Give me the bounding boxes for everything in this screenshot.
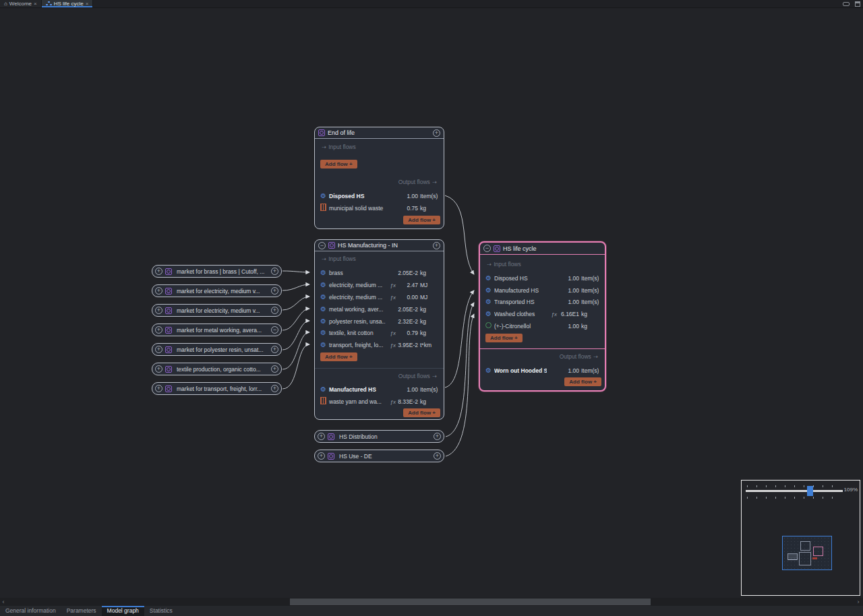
flow-amount: 2.47 — [398, 282, 418, 288]
expand-left-icon[interactable] — [155, 307, 162, 314]
flow-name: electricity, medium ... — [329, 282, 386, 288]
expand-right-icon[interactable] — [434, 452, 441, 460]
node-header[interactable]: HS Manufacturing - IN — [315, 240, 444, 251]
tab-hs-life-cycle[interactable]: HS life cycle — [42, 0, 94, 7]
expand-left-icon[interactable] — [155, 268, 162, 275]
expand-right-icon[interactable] — [271, 287, 278, 295]
flow-row[interactable]: Washed clothes 6.16E1 kg — [485, 308, 601, 319]
node-hs-manufacturing-in[interactable]: HS Manufacturing - IN Input flows brass … — [314, 239, 444, 420]
horizontal-scrollbar[interactable] — [0, 598, 863, 606]
add-output-flow-button[interactable]: Add flow + — [564, 377, 601, 386]
provider-node-textile-production[interactable]: textile production, organic cotto... — [152, 363, 282, 375]
flow-row[interactable]: Manufactured HS 1.00 Item(s) — [320, 383, 440, 395]
tab-model-graph[interactable]: Model graph — [102, 606, 144, 616]
flow-unit: MJ — [420, 294, 440, 301]
provider-node-polyester-resin[interactable]: market for polyester resin, unsat... — [152, 343, 282, 356]
provider-node-brass[interactable]: market for brass | brass | Cutoff, ... — [152, 265, 282, 278]
expand-right-icon[interactable] — [271, 307, 278, 314]
add-input-flow-button[interactable]: Add flow + — [320, 160, 357, 168]
collapse-left-icon[interactable] — [483, 245, 491, 252]
expand-left-icon[interactable] — [155, 326, 162, 334]
zoom-slider-handle[interactable] — [807, 486, 813, 496]
flow-row[interactable]: polyester resin, unsa... 2.32E-2 kg — [320, 315, 440, 327]
provider-node-transport[interactable]: market for transport, freight, lorr... — [152, 382, 282, 395]
expand-right-icon[interactable] — [271, 346, 278, 353]
node-header[interactable]: End of life — [315, 127, 444, 139]
model-graph-canvas[interactable]: End of life Input flows Add flow + Outpu… — [0, 8, 863, 598]
flow-row[interactable]: Worn out Hooded Swea... 1.00 Item(s) — [485, 365, 601, 376]
expand-right-icon[interactable] — [271, 268, 278, 275]
product-flow-icon — [320, 293, 327, 301]
zoom-slider-track[interactable] — [746, 490, 843, 492]
formula-icon — [388, 282, 396, 288]
provider-node-electricity-1[interactable]: market for electricity, medium v... — [152, 284, 282, 297]
minimap-providers-thumbnail — [787, 553, 798, 560]
scroll-right-icon[interactable] — [855, 598, 862, 606]
expand-right-icon[interactable] — [434, 433, 441, 440]
tab-general-information[interactable]: General information — [0, 606, 61, 616]
expand-right-icon[interactable] — [271, 385, 278, 392]
io-divider — [315, 368, 444, 369]
process-icon — [165, 327, 172, 334]
process-icon — [494, 245, 500, 252]
flow-amount: 1.00 — [559, 367, 579, 374]
node-end-of-life[interactable]: End of life Input flows Add flow + Outpu… — [314, 127, 444, 229]
flow-row[interactable]: metal working, aver... 2.05E-2 kg — [320, 303, 440, 315]
minimap-viewport[interactable] — [782, 536, 832, 570]
product-flow-icon — [485, 286, 492, 294]
expand-left-icon[interactable] — [318, 452, 325, 460]
flow-row[interactable]: Disposed HS 1.00 Item(s) — [485, 272, 601, 284]
collapse-right-icon[interactable] — [271, 326, 278, 334]
flow-row[interactable]: (+-)-Citronellol 1.00 kg — [485, 320, 601, 332]
expand-left-icon[interactable] — [155, 346, 162, 353]
input-flows-label: Input flows — [322, 144, 356, 150]
scroll-left-icon[interactable] — [0, 598, 7, 606]
flow-unit: Item(s) — [581, 367, 601, 374]
tab-statistics[interactable]: Statistics — [144, 606, 178, 616]
minimap-node-thumbnail — [800, 541, 810, 551]
provider-node-metal-working[interactable]: market for metal working, avera... — [152, 324, 282, 336]
flow-name: textile, knit cotton — [329, 330, 386, 336]
node-header[interactable]: HS life cycle — [480, 243, 605, 255]
formula-icon — [388, 330, 396, 336]
add-output-flow-button[interactable]: Add flow + — [403, 216, 440, 224]
flow-row[interactable]: Manufactured HS 1.00 Item(s) — [485, 284, 601, 296]
add-input-flow-button[interactable]: Add flow + — [485, 334, 523, 342]
flow-row[interactable]: brass 2.05E-2 kg — [320, 267, 440, 278]
expand-left-icon[interactable] — [155, 287, 162, 295]
add-output-flow-button[interactable]: Add flow + — [403, 408, 440, 417]
flow-row[interactable]: waste yarn and wa... 8.33E-2 kg — [320, 396, 440, 407]
scrollbar-thumb[interactable] — [290, 598, 651, 605]
node-title: End of life — [328, 129, 430, 136]
flow-row[interactable]: Disposed HS 1.00 Item(s) — [320, 190, 440, 202]
flow-name: brass — [329, 270, 386, 276]
expand-right-icon[interactable] — [433, 242, 440, 249]
flow-unit: kg — [581, 323, 601, 330]
flow-row[interactable]: municipal solid waste 0.75 kg — [320, 202, 440, 214]
maximize-view-icon[interactable] — [855, 1, 860, 7]
flow-row[interactable]: electricity, medium ... 0.00 MJ — [320, 291, 440, 303]
expand-left-icon[interactable] — [318, 433, 325, 440]
expand-left-icon[interactable] — [155, 365, 162, 373]
flow-name: Disposed HS — [494, 275, 547, 282]
add-input-flow-button[interactable]: Add flow + — [320, 352, 357, 361]
flow-amount: 6.16E1 — [559, 311, 579, 317]
flow-row[interactable]: electricity, medium ... 2.47 MJ — [320, 279, 440, 290]
tab-parameters[interactable]: Parameters — [61, 606, 102, 616]
collapse-left-icon[interactable] — [318, 242, 326, 249]
flow-row[interactable]: textile, knit cotton 0.79 kg — [320, 327, 440, 338]
flow-row[interactable]: transport, freight, lo... 3.95E-2 t*km — [320, 339, 440, 350]
flow-row[interactable]: Transported HS 1.00 Item(s) — [485, 296, 601, 307]
minimize-view-icon[interactable] — [843, 2, 850, 6]
close-icon[interactable] — [34, 1, 37, 7]
expand-left-icon[interactable] — [155, 385, 162, 392]
node-hs-use-de[interactable]: HS Use - DE — [314, 450, 444, 462]
node-hs-distribution[interactable]: HS Distribution — [314, 430, 444, 443]
close-icon[interactable] — [86, 1, 89, 7]
process-icon — [328, 453, 334, 460]
node-hs-life-cycle[interactable]: HS life cycle Input flows Disposed HS 1.… — [479, 241, 606, 392]
expand-right-icon[interactable] — [271, 365, 278, 373]
tab-welcome[interactable]: Welcome — [0, 0, 42, 7]
expand-right-icon[interactable] — [433, 129, 440, 137]
provider-node-electricity-2[interactable]: market for electricity, medium v... — [152, 304, 282, 317]
